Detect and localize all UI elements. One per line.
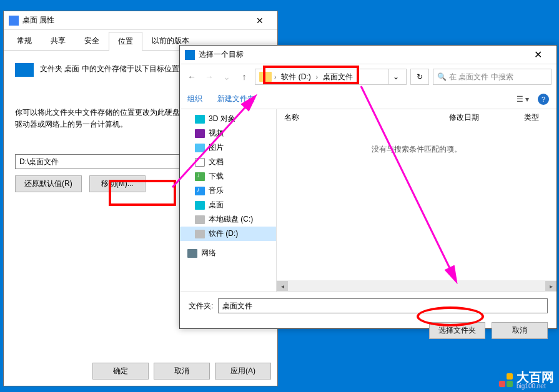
watermark-title: 大百网 <box>517 371 554 383</box>
folder-name-label: 文件夹: <box>189 301 213 311</box>
back-icon[interactable]: ← <box>185 70 199 84</box>
network-icon <box>187 249 197 258</box>
tree-item-downloads[interactable]: 下载 <box>180 169 276 184</box>
chevron-down-icon[interactable]: ⌄ <box>388 69 402 84</box>
tree-item-disk-d[interactable]: 软件 (D:) <box>180 227 276 241</box>
tree-item-desktop[interactable]: 桌面 <box>180 198 276 212</box>
cancel-button[interactable]: 取消 <box>154 363 210 380</box>
tree-label: 本地磁盘 (C:) <box>209 214 253 225</box>
tree-label: 3D 对象 <box>209 114 235 124</box>
cancel-button[interactable]: 取消 <box>492 322 548 339</box>
video-icon <box>195 129 205 138</box>
tree-label: 音乐 <box>209 185 224 196</box>
tree-label: 视频 <box>209 128 224 139</box>
desktop-icon <box>15 63 34 77</box>
horizontal-scrollbar[interactable]: ◂ ▸ <box>277 280 557 292</box>
search-input[interactable]: 🔍 在 桌面文件 中搜索 <box>433 69 552 85</box>
up-icon[interactable]: ↑ <box>237 70 251 84</box>
tab-share[interactable]: 共享 <box>41 31 75 50</box>
tree-label: 图片 <box>209 142 224 153</box>
chevron-right-icon[interactable]: › <box>274 74 276 81</box>
tree-item-network[interactable]: 网络 <box>180 246 276 260</box>
breadcrumb-drive[interactable]: 软件 (D:) <box>279 71 313 84</box>
chevron-right-icon[interactable]: › <box>316 74 318 81</box>
tree-item-documents[interactable]: 文档 <box>180 155 276 169</box>
window-title: 选择一个目标 <box>199 49 524 60</box>
documents-icon <box>195 158 205 167</box>
recent-icon[interactable]: ⌄ <box>220 70 234 84</box>
col-date[interactable]: 修改日期 <box>449 112 524 123</box>
move-button[interactable]: 移动(M)... <box>89 175 146 192</box>
organize-menu[interactable]: 组织 <box>187 94 202 104</box>
tree-item-video[interactable]: 视频 <box>180 126 276 140</box>
search-placeholder: 在 桌面文件 中搜索 <box>449 72 513 82</box>
ok-button[interactable]: 确定 <box>92 363 149 380</box>
column-header: 名称 修改日期 类型 <box>277 109 557 125</box>
titlebar: 选择一个目标 ✕ <box>180 46 557 64</box>
tree-item-disk-c[interactable]: 本地磁盘 (C:) <box>180 212 276 227</box>
folder-picker-dialog: 选择一个目标 ✕ ← → ⌄ ↑ › 软件 (D:) › 桌面文件 ⌄ ↻ 🔍 … <box>179 45 557 329</box>
folder-name-input[interactable] <box>218 298 548 313</box>
scroll-right-icon[interactable]: ▸ <box>545 281 557 291</box>
dialog-bottom: 文件夹: 选择文件夹 取消 <box>180 292 557 345</box>
pictures-icon <box>195 144 205 152</box>
tree-item-pictures[interactable]: 图片 <box>180 140 276 155</box>
tree-label: 网络 <box>201 248 216 258</box>
nav-bar: ← → ⌄ ↑ › 软件 (D:) › 桌面文件 ⌄ ↻ 🔍 在 桌面文件 中搜… <box>180 64 557 89</box>
disk-icon <box>195 215 205 224</box>
disk-icon <box>195 230 205 238</box>
tree-item-3d[interactable]: 3D 对象 <box>180 112 276 126</box>
empty-message: 没有与搜索条件匹配的项。 <box>277 144 557 155</box>
watermark-logo-icon <box>499 373 513 387</box>
breadcrumb-folder[interactable]: 桌面文件 <box>320 71 355 84</box>
desktop-icon <box>195 201 205 210</box>
select-folder-button[interactable]: 选择文件夹 <box>429 322 485 339</box>
col-type[interactable]: 类型 <box>524 112 549 123</box>
forward-icon[interactable]: → <box>202 70 216 84</box>
tab-security[interactable]: 安全 <box>75 31 109 50</box>
tree-label: 桌面 <box>209 200 224 210</box>
tree-label: 文档 <box>209 157 224 167</box>
restore-button[interactable]: 还原默认值(R) <box>15 175 82 192</box>
music-icon <box>195 187 205 195</box>
app-icon <box>185 50 195 60</box>
folder-icon <box>9 16 19 26</box>
content-area: 3D 对象 视频 图片 文档 下载 音乐 桌面 本地磁盘 (C:) 软件 (D:… <box>180 109 557 292</box>
close-icon[interactable]: ✕ <box>524 46 552 64</box>
scroll-left-icon[interactable]: ◂ <box>277 281 288 291</box>
search-icon: 🔍 <box>437 72 447 81</box>
help-icon[interactable]: ? <box>538 94 549 105</box>
titlebar: 桌面 属性 ✕ <box>4 11 277 30</box>
window-title: 桌面 属性 <box>22 15 247 26</box>
watermark: 大百网 big100.net <box>499 371 554 390</box>
apply-button[interactable]: 应用(A) <box>215 363 271 380</box>
tab-location[interactable]: 位置 <box>109 32 142 51</box>
folder-icon <box>259 72 272 82</box>
close-icon[interactable]: ✕ <box>247 12 272 29</box>
3d-icon <box>195 115 205 124</box>
file-list: 名称 修改日期 类型 没有与搜索条件匹配的项。 ◂ ▸ <box>277 109 557 292</box>
description: 文件夹 桌面 中的文件存储于以下目标位置 <box>40 63 179 74</box>
col-name[interactable]: 名称 <box>284 112 449 123</box>
address-bar[interactable]: › 软件 (D:) › 桌面文件 ⌄ <box>255 69 407 85</box>
view-icon[interactable]: ☰ ▾ <box>517 95 529 104</box>
downloads-icon <box>195 172 205 181</box>
tree-label: 下载 <box>209 171 224 182</box>
tab-general[interactable]: 常规 <box>7 31 41 50</box>
refresh-icon[interactable]: ↻ <box>410 69 429 85</box>
dialog-footer: 确定 取消 应用(A) <box>4 356 277 386</box>
watermark-url: big100.net <box>517 383 554 390</box>
tree-item-music[interactable]: 音乐 <box>180 184 276 198</box>
new-folder-button[interactable]: 新建文件夹 <box>217 94 255 104</box>
toolbar: 组织 新建文件夹 ☰ ▾ ? <box>180 89 557 109</box>
tree-label: 软件 (D:) <box>209 228 238 239</box>
nav-tree: 3D 对象 视频 图片 文档 下载 音乐 桌面 本地磁盘 (C:) 软件 (D:… <box>180 109 277 292</box>
